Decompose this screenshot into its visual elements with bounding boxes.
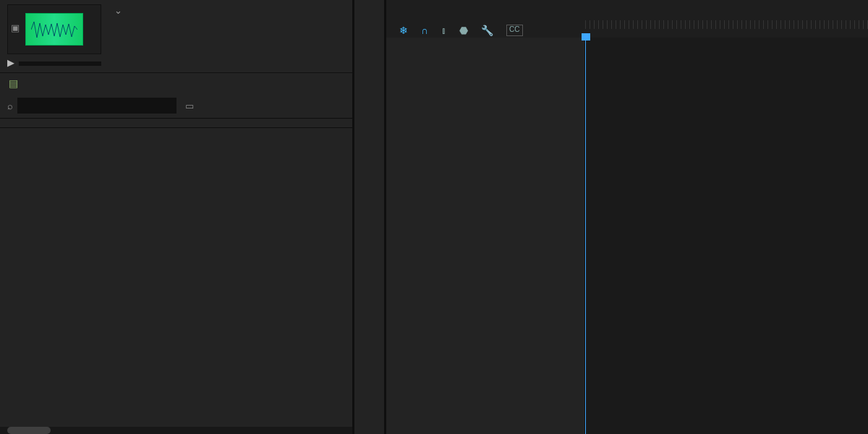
chevron-down-icon[interactable]: ⌄ xyxy=(114,5,122,16)
project-filename-row: ▤ xyxy=(0,72,352,93)
tools-panel xyxy=(354,0,386,434)
poster-frame-icon[interactable]: ▣ xyxy=(11,22,20,33)
captions-icon[interactable]: CC xyxy=(506,25,522,36)
track-area[interactable] xyxy=(585,38,868,434)
project-item-list xyxy=(0,128,352,427)
marker-icon[interactable]: ⫾ xyxy=(441,25,446,36)
add-marker-icon[interactable]: ⬣ xyxy=(459,25,468,36)
column-header-name[interactable] xyxy=(0,118,352,128)
project-icon: ▤ xyxy=(9,77,18,89)
snap-icon[interactable]: ❄ xyxy=(399,25,408,36)
search-icon: ⌕ xyxy=(7,101,13,111)
project-panel: ▣ ▶ ⌄ xyxy=(0,0,354,434)
search-input[interactable] xyxy=(17,98,176,114)
settings-icon[interactable]: 🔧 xyxy=(481,25,493,36)
clip-preview: ▣ ▶ ⌄ xyxy=(0,0,352,72)
horizontal-scrollbar[interactable] xyxy=(0,427,352,434)
timeline-panel: ❄ ∩ ⫾ ⬣ 🔧 CC xyxy=(386,0,868,434)
play-icon[interactable]: ▶ xyxy=(7,57,14,68)
preview-format: ⌄ xyxy=(114,4,345,17)
linked-selection-icon[interactable]: ∩ xyxy=(421,25,428,36)
waveform-icon xyxy=(25,13,83,46)
track-headers xyxy=(386,38,585,434)
preview-scrubber[interactable] xyxy=(19,61,101,66)
new-bin-icon[interactable]: ▭ xyxy=(185,101,194,111)
time-ruler[interactable] xyxy=(585,9,868,35)
playhead[interactable] xyxy=(585,38,586,434)
preview-thumbnail[interactable]: ▣ xyxy=(7,4,101,54)
